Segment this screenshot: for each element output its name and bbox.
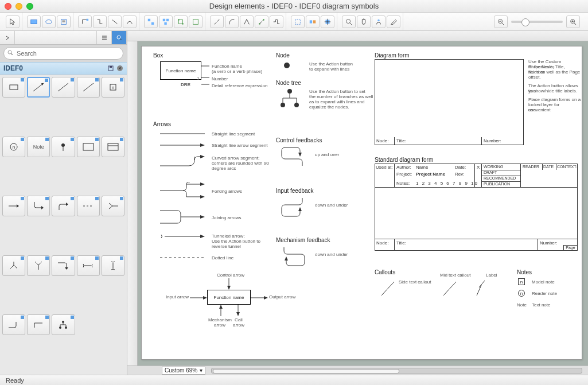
shape-fork-down[interactable]	[2, 255, 25, 276]
node-desc1: Use the Action button	[309, 61, 353, 67]
svg-marker-85	[200, 195, 205, 199]
connector-tool-2[interactable]	[93, 15, 107, 28]
svg-point-70	[62, 321, 64, 323]
svg-rect-6	[148, 18, 150, 21]
sidebar-list-icon[interactable]	[97, 31, 112, 44]
shape-box-plain[interactable]	[77, 137, 100, 157]
svg-line-39	[11, 53, 13, 55]
pencil-tool[interactable]	[387, 15, 400, 28]
svg-text:n: n	[112, 85, 114, 90]
line-tool-5[interactable]	[270, 15, 283, 28]
pointer-tool[interactable]	[6, 15, 20, 28]
shape-corner-up-right[interactable]	[52, 196, 75, 216]
shape-box-header[interactable]	[102, 137, 124, 157]
shape-dashed-line[interactable]	[77, 196, 100, 216]
connector-tool-4[interactable]	[123, 15, 137, 28]
line-tool-1[interactable]	[210, 15, 224, 28]
zoom-out-button[interactable]	[494, 15, 508, 28]
sf-notes-v: 1 2 3 4 5 6 7 8 9 10	[416, 181, 478, 186]
library-header[interactable]: IDEF0	[0, 62, 127, 75]
snap-tool-2[interactable]	[306, 15, 320, 28]
hand-tool[interactable]	[357, 15, 371, 28]
svg-marker-47	[41, 83, 44, 85]
sf-author-v: Name	[416, 165, 428, 170]
sf-date: Date:	[455, 165, 466, 170]
shape-circle-n[interactable]: n	[2, 137, 25, 157]
zoom-in-button[interactable]	[566, 15, 580, 28]
svg-marker-108	[298, 207, 302, 211]
svg-marker-107	[298, 153, 302, 157]
library-name: IDEF0	[3, 64, 23, 72]
svg-marker-82	[200, 143, 205, 147]
zoom-select[interactable]: Custom 69%▾	[162, 367, 205, 375]
group-tool-1[interactable]	[144, 15, 158, 28]
connector-tool-3[interactable]	[108, 15, 122, 28]
svg-marker-98	[236, 312, 240, 316]
sf-context: CONTEXT:	[557, 165, 577, 169]
snap-tool-3[interactable]	[321, 15, 334, 28]
close-library-icon[interactable]	[116, 65, 123, 72]
person-tool[interactable]	[372, 15, 385, 28]
svg-point-100	[287, 89, 292, 94]
shape-line-nw-se[interactable]	[27, 77, 50, 98]
zoom-tool[interactable]	[342, 15, 356, 28]
drawing-page[interactable]: Box Function name 1 DRE Function name (a…	[141, 46, 582, 360]
rectangle-tool[interactable]	[27, 15, 41, 28]
sf-page: Page	[563, 245, 578, 251]
shape-dot-arrow[interactable]	[52, 137, 75, 157]
group-tool-2[interactable]	[159, 15, 173, 28]
shape-activity-box[interactable]	[2, 77, 25, 98]
df-d7: Place diagram forms on a	[528, 97, 581, 102]
svg-rect-45	[10, 85, 18, 90]
h-scrollbar[interactable]	[211, 368, 582, 374]
svg-marker-62	[66, 203, 68, 206]
snap-tool-1[interactable]	[291, 15, 305, 28]
sidebar-filter-input[interactable]	[15, 31, 97, 44]
shape-line-diag2[interactable]	[77, 77, 100, 98]
sf-x: X	[477, 165, 480, 170]
search-icon	[7, 49, 14, 56]
connector-tool-1[interactable]	[78, 15, 92, 28]
group-tool-3[interactable]	[174, 15, 188, 28]
lbl-call: Call	[233, 317, 244, 322]
shape-note-label[interactable]: Note	[27, 137, 50, 157]
shape-node-tree[interactable]	[52, 314, 75, 335]
sidebar-collapse-button[interactable]	[0, 31, 15, 44]
shape-label-n[interactable]: n	[102, 77, 124, 98]
sidebar-tabs	[0, 31, 127, 45]
shape-angle[interactable]	[27, 314, 50, 335]
shape-line-diag[interactable]	[52, 77, 75, 98]
sf-title: Title:	[396, 240, 406, 246]
shape-corner-up[interactable]	[2, 314, 25, 335]
shape-corner-right-down[interactable]	[52, 255, 75, 276]
svg-rect-0	[31, 20, 37, 24]
shape-arrow-right[interactable]	[2, 196, 25, 216]
svg-rect-56	[83, 143, 94, 150]
shape-tunnel-down[interactable]	[102, 255, 124, 276]
search-input[interactable]	[3, 47, 123, 60]
status-bar: Ready	[0, 375, 588, 385]
svg-line-15	[215, 19, 220, 24]
group-tool-4[interactable]	[189, 15, 203, 28]
svg-line-28	[502, 22, 504, 25]
ellipse-tool[interactable]	[42, 15, 56, 28]
shape-corner-down-right[interactable]	[27, 196, 50, 216]
ruler-vertical	[127, 41, 138, 365]
shape-tunnel-right[interactable]	[77, 255, 100, 276]
sidebar-search-button[interactable]	[112, 31, 127, 44]
shape-join-down[interactable]	[27, 255, 50, 276]
zoom-slider[interactable]	[511, 21, 563, 23]
line-tool-4[interactable]	[255, 15, 268, 28]
line-tool-2[interactable]	[225, 15, 239, 28]
svg-line-17	[260, 20, 264, 24]
text-tool[interactable]	[57, 15, 71, 28]
shape-fork-left[interactable]	[102, 196, 124, 216]
sf-reader: READER	[523, 165, 539, 169]
lbl-curved: Curved arrow segment;	[212, 155, 259, 161]
line-tool-3[interactable]	[240, 15, 254, 28]
save-icon[interactable]	[107, 65, 114, 72]
note-model: Model note	[532, 279, 555, 285]
sf-notes: Notes:	[396, 181, 410, 186]
df-title: Title:	[396, 138, 406, 143]
co-side: Side text callout	[399, 279, 431, 285]
